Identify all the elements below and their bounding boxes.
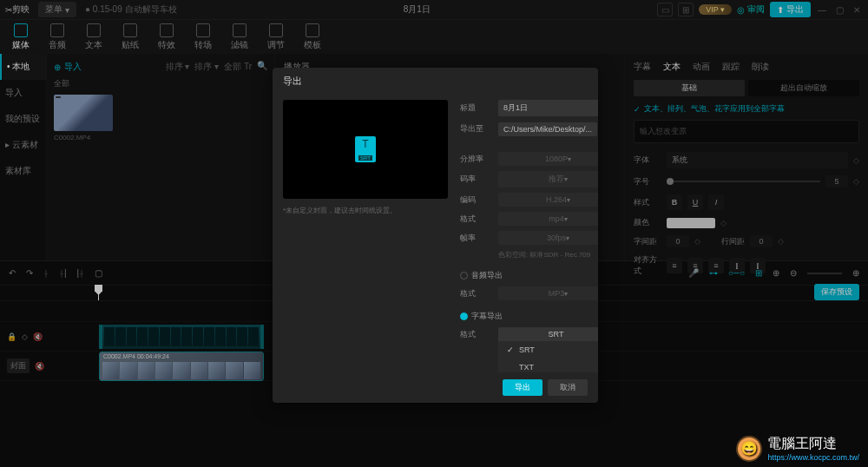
dropdown-option-srt[interactable]: ✓SRT [498, 341, 598, 358]
audio-section-label: 音频导出 [471, 270, 503, 281]
cover-hint: *未自定义封面，建议去时间线设置。 [283, 206, 448, 215]
cover-preview[interactable] [283, 100, 448, 199]
codec-field: H.264▾ [498, 193, 598, 207]
audio-format-label: 格式 [460, 288, 493, 299]
modal-export-button[interactable]: 导出 [503, 379, 542, 396]
title-field[interactable]: 8月1日 [498, 100, 598, 116]
modal-cancel-button[interactable]: 取消 [548, 379, 588, 396]
subtitle-format-dropdown[interactable]: SRT▴ ✓SRT TXT [498, 327, 598, 341]
modal-title: 导出 [273, 68, 598, 95]
title-label: 标题 [460, 102, 493, 114]
dropdown-list: ✓SRT TXT [498, 341, 598, 372]
audio-radio[interactable] [460, 272, 468, 280]
format-label: 格式 [460, 214, 493, 225]
bitrate-field: 推荐▾ [498, 171, 598, 187]
export-modal: 导出 *未自定义封面，建议去时间线设置。 标题8月1日 导出至C:/Users/… [273, 68, 598, 403]
size-hint: 色彩空间: 标准SDR - Rec.709 [460, 250, 598, 260]
watermark-avatar: 😄 [736, 436, 762, 462]
subtitle-section-label: 字幕导出 [471, 311, 503, 322]
res-label: 分辨率 [460, 154, 493, 165]
watermark-name: 電腦王阿達 [767, 435, 859, 453]
subtitle-radio[interactable] [460, 312, 468, 320]
fps-label: 帧率 [460, 233, 493, 244]
audio-format-field: MP3▾ [498, 286, 598, 300]
codec-label: 编码 [460, 194, 493, 206]
fps-field: 30fps▾ [498, 231, 598, 245]
subtitle-format-label: 格式 [460, 329, 493, 340]
watermark-url: https://www.kocpc.com.tw/ [767, 453, 859, 462]
srt-file-icon [355, 136, 376, 162]
format-field: mp4▾ [498, 212, 598, 226]
dropdown-option-txt[interactable]: TXT [498, 358, 598, 372]
res-field: 1080P▾ [498, 152, 598, 166]
path-field: C:/Users/Mike/Desktop/... [498, 122, 597, 136]
bitrate-label: 码率 [460, 174, 493, 185]
path-label: 导出至 [460, 123, 493, 135]
watermark: 😄 電腦王阿達 https://www.kocpc.com.tw/ [736, 435, 859, 462]
